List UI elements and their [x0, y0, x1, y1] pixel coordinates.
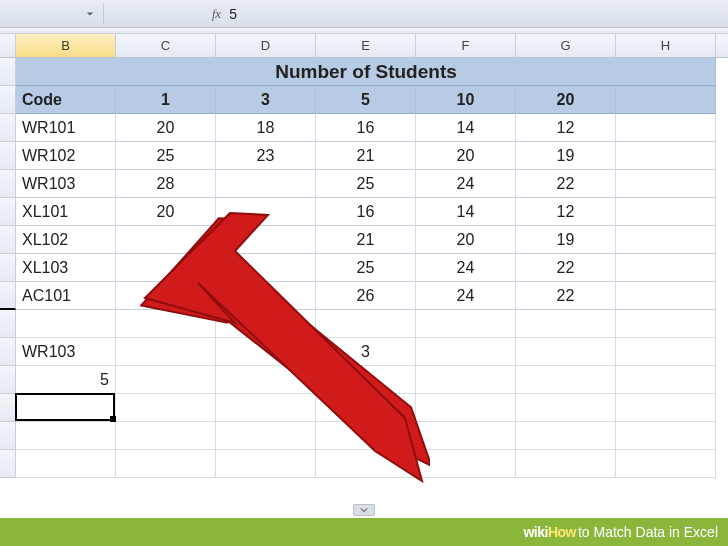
fx-icon[interactable]: fx	[212, 6, 221, 22]
wikihow-logo: wikiHow	[523, 524, 576, 540]
scroll-down-icon[interactable]	[353, 504, 375, 516]
table-row[interactable]: AC101	[16, 282, 116, 310]
active-cell[interactable]: 5	[16, 366, 116, 394]
col-header-f[interactable]: F	[416, 34, 516, 57]
select-all-corner[interactable]	[0, 34, 16, 57]
table-row[interactable]: XL102	[16, 226, 116, 254]
header-col-1[interactable]: 1	[116, 86, 216, 114]
table-row[interactable]: WR102	[16, 142, 116, 170]
header-col-4[interactable]: 10	[416, 86, 516, 114]
lookup-value-cell[interactable]: 3	[316, 338, 416, 366]
lookup-code-cell[interactable]: WR103	[16, 338, 116, 366]
table-title[interactable]: Number of Students	[16, 58, 716, 86]
col-header-e[interactable]: E	[316, 34, 416, 57]
name-box-dropdown-icon[interactable]	[83, 7, 97, 21]
header-col-5[interactable]: 20	[516, 86, 616, 114]
col-header-g[interactable]: G	[516, 34, 616, 57]
formula-bar: fx 5	[0, 0, 728, 28]
col-header-b[interactable]: B	[16, 34, 116, 57]
name-box[interactable]	[0, 3, 104, 25]
spreadsheet-grid[interactable]: Number of Students Code 1 3 5 10 20 WR10…	[0, 58, 728, 518]
article-title: to Match Data in Excel	[578, 524, 718, 540]
table-row[interactable]: WR103	[16, 170, 116, 198]
header-col-3[interactable]: 5	[316, 86, 416, 114]
header-col-empty[interactable]	[616, 86, 716, 114]
column-headers: B C D E F G H	[0, 34, 728, 58]
table-row[interactable]: WR101	[16, 114, 116, 142]
col-header-c[interactable]: C	[116, 34, 216, 57]
header-col-2[interactable]: 3	[216, 86, 316, 114]
col-header-d[interactable]: D	[216, 34, 316, 57]
wikihow-footer: wikiHow to Match Data in Excel	[0, 518, 728, 546]
table-row[interactable]: XL101	[16, 198, 116, 226]
formula-input[interactable]: 5	[229, 6, 237, 22]
header-code[interactable]: Code	[16, 86, 116, 114]
table-row[interactable]: XL103	[16, 254, 116, 282]
col-header-h[interactable]: H	[616, 34, 716, 57]
